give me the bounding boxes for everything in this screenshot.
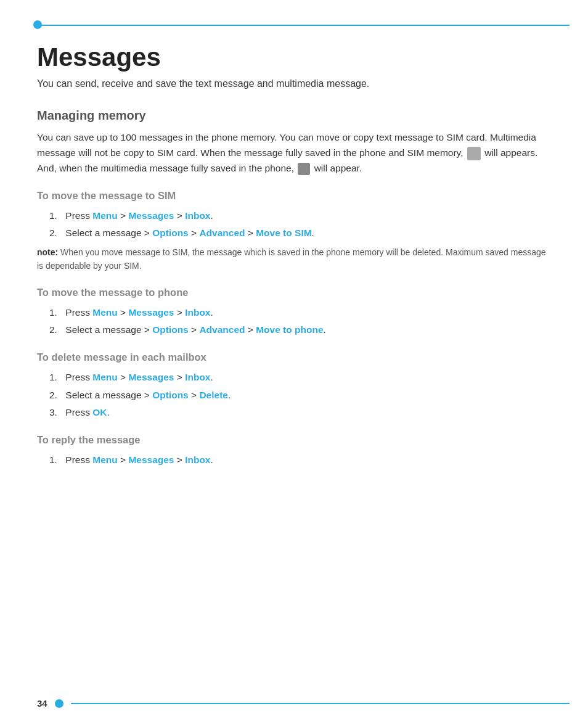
step-1: 1. Press Menu > Messages > Inbox. <box>49 208 551 224</box>
advanced-link[interactable]: Advanced <box>199 228 245 238</box>
delete-steps: 1. Press Menu > Messages > Inbox. 2. Sel… <box>49 369 551 421</box>
options-link-3[interactable]: Options <box>152 390 189 400</box>
reply-steps: 1. Press Menu > Messages > Inbox. <box>49 452 551 468</box>
subsection-move-to-phone: To move the message to phone 1. Press Me… <box>37 287 551 339</box>
subsection-delete-message: To delete message in each mailbox 1. Pre… <box>37 351 551 421</box>
move-to-sim-link[interactable]: Move to SIM <box>256 228 311 238</box>
bottom-bar: 34 <box>37 698 570 709</box>
advanced-link-2[interactable]: Advanced <box>199 324 245 335</box>
menu-link[interactable]: Menu <box>92 210 117 221</box>
options-link-2[interactable]: Options <box>152 324 189 335</box>
delete-link[interactable]: Delete <box>199 390 228 400</box>
page-subtitle: You can send, receive and save the text … <box>37 76 551 91</box>
step-2: 2. Select a message > Options > Advanced… <box>49 225 551 241</box>
menu-link-2[interactable]: Menu <box>92 307 117 318</box>
note-move-to-sim: note: When you move message to SIM, the … <box>37 246 551 273</box>
step-1: 1. Press Menu > Messages > Inbox. <box>49 305 551 321</box>
subsection-delete-heading: To delete message in each mailbox <box>37 351 551 363</box>
messages-link-3[interactable]: Messages <box>128 372 174 382</box>
step-2: 2. Select a message > Options > Delete. <box>49 387 551 403</box>
step-1: 1. Press Menu > Messages > Inbox. <box>49 369 551 385</box>
managing-memory-body: You can save up to 100 messages in the p… <box>37 130 551 176</box>
subsection-reply-heading: To reply the message <box>37 434 551 446</box>
subsection-move-to-sim-heading: To move the message to SIM <box>37 190 551 202</box>
step-1: 1. Press Menu > Messages > Inbox. <box>49 452 551 468</box>
icon-multimedia-full <box>298 163 310 175</box>
menu-link-4[interactable]: Menu <box>92 454 117 465</box>
messages-link-4[interactable]: Messages <box>128 454 174 465</box>
subsection-move-to-sim: To move the message to SIM 1. Press Menu… <box>37 190 551 273</box>
inbox-link-3[interactable]: Inbox <box>185 372 210 382</box>
menu-link-3[interactable]: Menu <box>92 372 117 382</box>
inbox-link-2[interactable]: Inbox <box>185 307 210 318</box>
move-to-phone-steps: 1. Press Menu > Messages > Inbox. 2. Sel… <box>49 305 551 339</box>
top-line <box>37 25 570 26</box>
managing-memory-heading: Managing memory <box>37 109 551 123</box>
move-to-sim-steps: 1. Press Menu > Messages > Inbox. 2. Sel… <box>49 208 551 242</box>
messages-link-2[interactable]: Messages <box>128 307 174 318</box>
move-to-phone-link[interactable]: Move to phone <box>256 324 323 335</box>
managing-memory-section: Managing memory You can save up to 100 m… <box>37 109 551 176</box>
step-3: 3. Press OK. <box>49 405 551 421</box>
options-link[interactable]: Options <box>152 228 189 238</box>
inbox-link[interactable]: Inbox <box>185 210 210 221</box>
bottom-dot <box>55 699 63 708</box>
icon-sim-full <box>467 147 481 160</box>
bottom-line <box>71 703 570 704</box>
page-number: 34 <box>37 698 47 709</box>
step-2: 2. Select a message > Options > Advanced… <box>49 322 551 338</box>
messages-link[interactable]: Messages <box>128 210 174 221</box>
ok-link[interactable]: OK <box>92 407 107 417</box>
subsection-move-to-phone-heading: To move the message to phone <box>37 287 551 298</box>
subsection-reply-message: To reply the message 1. Press Menu > Mes… <box>37 434 551 468</box>
inbox-link-4[interactable]: Inbox <box>185 454 210 465</box>
page-title: Messages <box>37 43 551 72</box>
